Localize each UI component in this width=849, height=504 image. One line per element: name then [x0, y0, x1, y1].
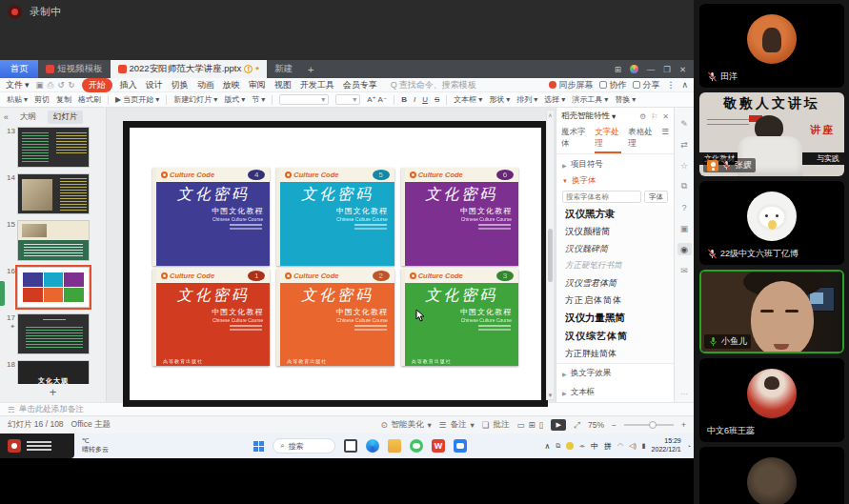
select-button[interactable]: 选择▾	[544, 94, 565, 105]
menu-devtools[interactable]: 开发工具	[299, 79, 335, 91]
menu-view[interactable]: 视图	[273, 79, 293, 91]
wechat-icon[interactable]	[410, 439, 423, 453]
panel-tab-table[interactable]: 表格处理	[628, 126, 655, 153]
doc-tab-1[interactable]: 短视频模板	[38, 60, 111, 78]
doc-tab-3[interactable]: 新建	[267, 60, 300, 78]
start-button[interactable]	[253, 441, 264, 452]
tray-app-icon[interactable]	[566, 442, 574, 450]
panel-tab-menu-icon[interactable]: ☰	[661, 126, 669, 153]
font-filter-button[interactable]: 字体	[644, 191, 668, 203]
thumbnail-15[interactable]: 15	[2, 220, 102, 261]
tray-expand-icon[interactable]: ∧	[544, 442, 550, 451]
taskbar-search[interactable]: ⌕搜索	[273, 438, 335, 454]
home-tab[interactable]: 首页	[0, 60, 38, 78]
close-button[interactable]: ✕	[679, 65, 686, 74]
font-item[interactable]: 汉仪雪君体简	[565, 277, 665, 290]
shape-button[interactable]: 形状▾	[489, 94, 510, 105]
meeting-app-icon[interactable]	[454, 439, 467, 453]
collapse-ribbon-icon[interactable]: ∧	[681, 80, 688, 90]
tab-slides[interactable]: 幻灯片	[48, 111, 84, 124]
menu-design[interactable]: 设计	[145, 79, 164, 91]
panel-tab-text[interactable]: 文字处理	[595, 126, 621, 153]
italic-button[interactable]: I	[414, 95, 415, 104]
menu-slideshow[interactable]: 放映	[222, 79, 241, 91]
animation-pane-icon[interactable]: ⇄	[677, 138, 692, 151]
taskbar-clock[interactable]: 15:29 2022/12/1	[652, 437, 681, 454]
participant-tile[interactable]: 中文6班杨露月	[699, 447, 844, 504]
present-tools-button[interactable]: 演示工具▾	[572, 94, 608, 105]
zoom-slider-knob[interactable]	[649, 421, 657, 429]
ai-beautify-button[interactable]: ⊙智能美化▾	[380, 419, 431, 431]
section-bullets[interactable]: ▶项目符号	[556, 154, 674, 171]
new-tab-button[interactable]: +	[300, 60, 321, 78]
coop-button[interactable]: 协作	[599, 79, 626, 91]
layout-button[interactable]: 版式▾	[224, 94, 245, 105]
ime-pinyin-icon[interactable]: 拼	[604, 441, 612, 452]
thumbnail-18[interactable]: 18 文化大观	[2, 360, 102, 384]
font-family-select[interactable]: ▾	[279, 94, 329, 105]
battery-icon[interactable]: ▮	[642, 442, 646, 450]
current-slide[interactable]: Culture Code4 文化密码中国文化教程Chinese Culture …	[123, 121, 548, 407]
font-grow-shrink-buttons[interactable]: A⁺ A⁻	[367, 95, 387, 104]
copy-button[interactable]: 复制	[56, 94, 71, 105]
section-text-effects[interactable]: ▶换文字效果	[556, 364, 674, 383]
layout-icon[interactable]: ⊞	[615, 65, 621, 74]
font-item[interactable]: 方正胖娃简体	[565, 348, 665, 360]
command-search[interactable]: Q 查找命令、搜索模板	[391, 79, 476, 91]
cut-button[interactable]: 剪切	[34, 94, 50, 105]
section-textbox[interactable]: ▶文本框	[556, 383, 674, 402]
underline-button[interactable]: U	[422, 95, 428, 104]
restore-button[interactable]: ❐	[663, 65, 671, 74]
add-slide-button[interactable]: +	[0, 384, 106, 402]
reading-view-icon[interactable]: ▯	[539, 420, 544, 430]
doc-tab-active[interactable]: 2022安阳师范大学讲座.pptx ! *	[111, 60, 267, 78]
thumbnail-14[interactable]: 14	[2, 173, 102, 214]
font-item[interactable]: 汉仪颜楷简	[565, 226, 665, 238]
undo-icon[interactable]: ↺	[57, 80, 64, 91]
cast-icon[interactable]: ⧉	[556, 442, 560, 450]
font-item[interactable]: 方正启体简体	[565, 294, 665, 307]
layers-icon[interactable]: ⧉	[677, 180, 692, 192]
side-handle[interactable]	[0, 281, 5, 306]
save-icon[interactable]: ▣	[36, 80, 44, 91]
slideshow-play-button[interactable]: ▶	[551, 419, 566, 431]
comments-pane-icon[interactable]: ✉	[677, 264, 692, 276]
zoom-in-button[interactable]: +	[681, 420, 686, 430]
section-change-font[interactable]: ▼换字体	[556, 171, 674, 187]
wps-taskbar-icon[interactable]: W	[432, 439, 445, 453]
collapse-panel-icon[interactable]: «	[4, 112, 9, 122]
sync-screen-button[interactable]: 同步屏幕	[549, 79, 593, 91]
arrange-button[interactable]: 排列▾	[516, 94, 537, 105]
thumbnail-17[interactable]: 17✦	[2, 313, 102, 354]
more-tools-icon[interactable]: ···	[680, 390, 688, 398]
notes-toggle-button[interactable]: ☰备注▾	[439, 419, 475, 431]
zoom-slider[interactable]	[624, 424, 674, 426]
font-item[interactable]: 汉仪综艺体简	[565, 330, 665, 343]
tab-outline[interactable]: 大纲	[14, 111, 42, 124]
participant-tile[interactable]: 中文6班王蕊	[699, 358, 844, 442]
print-icon[interactable]: ⎙	[48, 80, 54, 91]
format-painter-button[interactable]: 格式刷	[78, 94, 101, 105]
edge-browser-icon[interactable]	[366, 439, 379, 453]
skin-icon[interactable]	[630, 65, 638, 73]
image-pane-icon[interactable]: ▣	[677, 222, 692, 234]
menu-animation[interactable]: 动画	[196, 79, 215, 91]
slide-canvas[interactable]: Culture Code4 文化密码中国文化教程Chinese Culture …	[107, 108, 556, 402]
participant-tile[interactable]: 敬敷人文讲坛 讲座 文化教材 与实践 张媛	[699, 92, 844, 176]
menu-transition[interactable]: 切换	[171, 79, 190, 91]
thumbnail-13[interactable]: 13	[2, 127, 102, 168]
minimize-button[interactable]: —	[647, 65, 656, 74]
replace-button[interactable]: 替换▾	[615, 94, 636, 105]
textbox-button[interactable]: 文本框▾	[454, 94, 482, 105]
canvas-scrollbar[interactable]: ∧ ▼	[546, 110, 555, 400]
thumbnail-16-selected[interactable]: 16	[2, 267, 102, 308]
normal-view-icon[interactable]: ▭	[516, 420, 524, 430]
sorter-view-icon[interactable]: ⊞	[528, 420, 535, 430]
weather-widget[interactable]: ℃ 晴转多云	[82, 436, 109, 454]
panel-pin-icon[interactable]: ⚐	[651, 112, 657, 121]
more-icon[interactable]: ⋮	[666, 80, 675, 90]
font-search-input[interactable]	[562, 191, 641, 203]
tray-mic-icon[interactable]: ⌯	[579, 442, 585, 450]
menu-review[interactable]: 审阅	[248, 79, 267, 91]
bold-button[interactable]: B	[401, 95, 407, 104]
